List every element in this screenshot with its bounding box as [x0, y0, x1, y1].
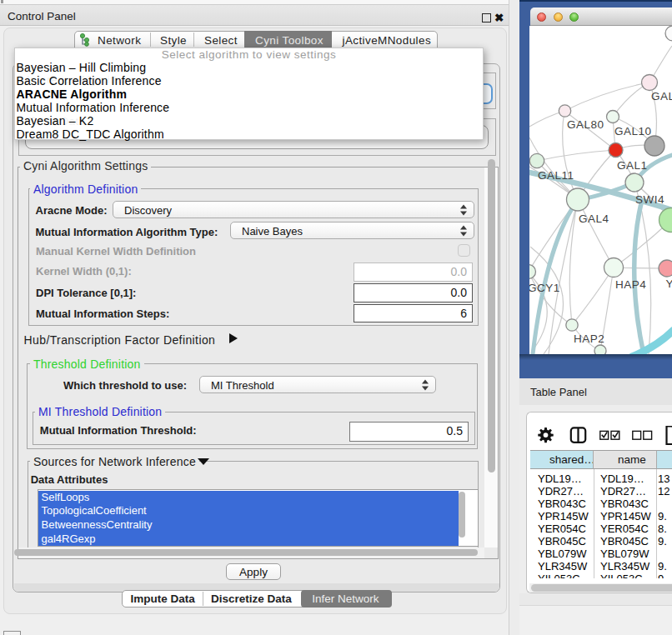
svg-text:GAL: GAL	[651, 90, 672, 102]
svg-text:GAL1: GAL1	[617, 159, 648, 172]
svg-text:HAP2: HAP2	[574, 332, 604, 345]
svg-text:GAL11: GAL11	[538, 169, 574, 182]
svg-text:SWI4: SWI4	[635, 193, 664, 206]
svg-text:Y: Y	[666, 278, 672, 290]
svg-text:GAL80: GAL80	[567, 118, 604, 131]
svg-text:HAP4: HAP4	[615, 278, 646, 291]
svg-text:GAL10: GAL10	[614, 125, 652, 138]
svg-text:GCY1: GCY1	[529, 282, 560, 294]
svg-text:GAL4: GAL4	[579, 212, 609, 225]
